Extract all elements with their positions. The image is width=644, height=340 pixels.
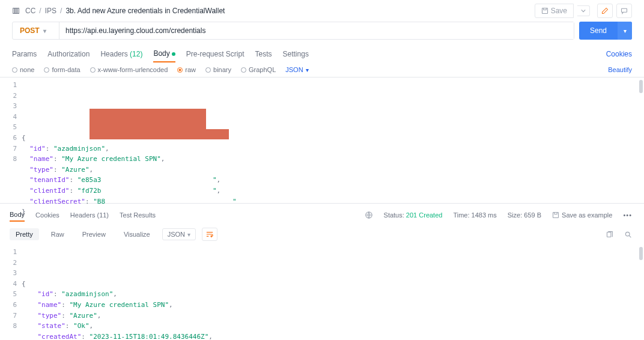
modified-dot-icon <box>172 52 175 56</box>
view-pretty[interactable]: Pretty <box>10 228 39 240</box>
view-visualize[interactable]: Visualize <box>118 228 156 240</box>
tab-headers[interactable]: Headers (12) <box>100 46 142 62</box>
line-gutter: 12345678 <box>0 244 22 340</box>
bodytype-raw[interactable]: raw <box>177 66 196 73</box>
response-format-selector[interactable]: JSON▾ <box>162 228 196 240</box>
bodytype-graphql[interactable]: GraphQL <box>241 66 276 73</box>
breadcrumb-sep-icon: / <box>60 7 62 15</box>
cookies-link[interactable]: Cookies <box>606 50 632 58</box>
save-button[interactable]: Save <box>535 4 574 18</box>
comment-icon <box>621 7 628 14</box>
save-dropdown-button[interactable] <box>577 5 590 16</box>
request-body-editor[interactable]: 12345678 { "id": "azadminjson", "name": … <box>0 77 644 204</box>
tab-prerequest[interactable]: Pre-request Script <box>186 46 245 62</box>
body-type-row: none form-data x-www-form-urlencoded raw… <box>0 62 644 77</box>
tab-tests[interactable]: Tests <box>255 46 272 62</box>
chevron-down-icon: ▾ <box>43 28 46 34</box>
view-raw[interactable]: Raw <box>45 228 70 240</box>
breadcrumb-sep-icon: / <box>39 7 41 15</box>
save-label: Save <box>551 7 567 15</box>
breadcrumb-current: 3b. Add new Azure credentials in Credent… <box>65 7 225 15</box>
svg-rect-2 <box>17 8 19 14</box>
wrap-icon <box>205 231 214 238</box>
search-button[interactable] <box>624 231 632 238</box>
bodytype-binary[interactable]: binary <box>205 66 231 73</box>
pencil-icon <box>601 7 609 14</box>
response-view-row: Pretty Raw Preview Visualize JSON▾ <box>0 224 644 244</box>
send-button[interactable]: Send ▾ <box>579 22 632 40</box>
tab-authorization[interactable]: Authorization <box>47 46 90 62</box>
svg-rect-3 <box>542 8 547 14</box>
scrollbar-thumb[interactable] <box>639 247 643 260</box>
code-area[interactable]: { "id": "azadminjson", "name": "My Azure… <box>22 244 644 340</box>
breadcrumb-part[interactable]: CC <box>25 7 35 15</box>
bodytype-xwww[interactable]: x-www-form-urlencoded <box>90 66 168 73</box>
search-icon <box>624 231 632 238</box>
method-label: POST <box>20 26 40 35</box>
beautify-link[interactable]: Beautify <box>608 66 632 73</box>
svg-rect-4 <box>622 8 627 12</box>
svg-rect-7 <box>607 232 611 237</box>
method-selector[interactable]: POST ▾ <box>13 22 59 39</box>
tab-body[interactable]: Body <box>153 46 175 62</box>
svg-point-8 <box>625 232 630 236</box>
header-actions: Save <box>535 4 632 18</box>
tab-params[interactable]: Params <box>12 46 37 62</box>
url-row: POST ▾ Send ▾ <box>0 22 644 46</box>
method-url-container: POST ▾ <box>12 22 574 40</box>
response-body-editor[interactable]: 12345678 { "id": "azadminjson", "name": … <box>0 244 644 340</box>
send-label: Send <box>579 22 618 40</box>
comment-button[interactable] <box>616 4 632 18</box>
tab-settings[interactable]: Settings <box>283 46 309 62</box>
raw-format-selector[interactable]: JSON▾ <box>285 66 308 73</box>
breadcrumb-part[interactable]: IPS <box>45 7 56 15</box>
chevron-down-icon: ▾ <box>306 67 309 73</box>
send-dropdown[interactable]: ▾ <box>618 22 632 40</box>
svg-rect-0 <box>13 8 15 14</box>
breadcrumb: CC / IPS / 3b. Add new Azure credentials… <box>25 7 530 15</box>
redacted-block <box>90 109 206 129</box>
save-icon <box>541 7 548 14</box>
wrap-lines-button[interactable] <box>202 228 217 241</box>
code-area[interactable]: { "id": "azadminjson", "name": "My Azure… <box>22 77 644 203</box>
url-input[interactable] <box>59 22 574 39</box>
request-tabs: Params Authorization Headers (12) Body P… <box>0 46 644 62</box>
workspace-icon <box>12 7 20 15</box>
bodytype-none[interactable]: none <box>12 66 34 73</box>
chevron-down-icon <box>581 8 586 13</box>
copy-icon <box>606 231 613 238</box>
breadcrumb-header: CC / IPS / 3b. Add new Azure credentials… <box>0 0 644 22</box>
chevron-down-icon: ▾ <box>187 231 190 238</box>
redacted-block <box>90 129 229 139</box>
scrollbar-thumb[interactable] <box>639 80 643 93</box>
line-gutter: 12345678 <box>0 77 22 203</box>
edit-button[interactable] <box>597 4 613 18</box>
bodytype-formdata[interactable]: form-data <box>44 66 80 73</box>
copy-button[interactable] <box>606 231 613 238</box>
svg-rect-1 <box>15 8 17 14</box>
view-preview[interactable]: Preview <box>76 228 112 240</box>
